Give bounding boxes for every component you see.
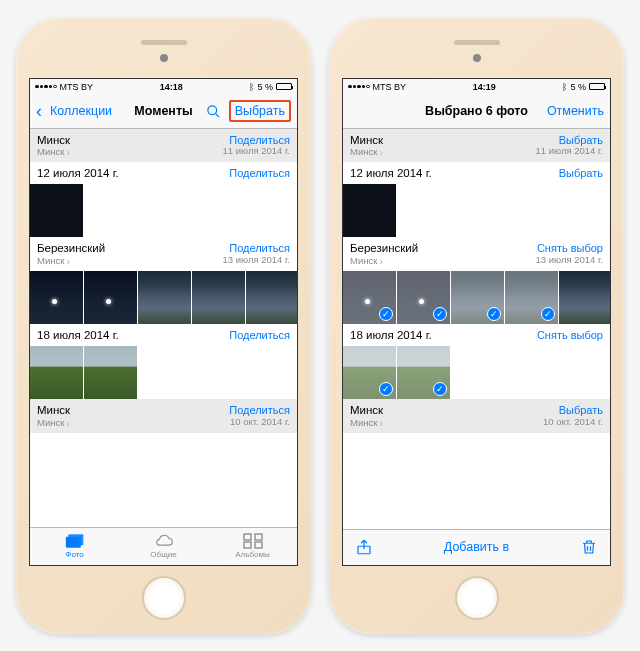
photo-thumbnail[interactable] xyxy=(505,271,558,324)
search-button[interactable] xyxy=(206,104,221,119)
moments-list[interactable]: МинскМинск ›Выбрать11 июля 2014 г.12 июл… xyxy=(343,129,610,529)
svg-point-0 xyxy=(208,105,217,114)
chevron-left-icon: ‹ xyxy=(36,102,42,120)
photo-thumbnail[interactable] xyxy=(397,271,450,324)
tab-label: Фото xyxy=(65,550,83,559)
battery-percent: 5 % xyxy=(257,82,273,92)
section-header[interactable]: 18 июля 2014 г.Снять выбор xyxy=(343,324,610,346)
tab-label: Общие xyxy=(150,550,176,559)
moment-section: МинскМинск ›Поделиться11 июля 2014 г. xyxy=(30,129,297,163)
carrier-label: MTS BY xyxy=(60,82,94,92)
moment-section: БерезинскийМинск ›Поделиться13 июля 2014… xyxy=(30,237,297,324)
section-header[interactable]: БерезинскийМинск ›Поделиться13 июля 2014… xyxy=(30,237,297,271)
photo-thumbnail[interactable] xyxy=(343,184,396,237)
section-date: 10 окт. 2014 г. xyxy=(543,417,603,428)
screen: MTS BY 14:19 ᛒ 5 % Выбрано 6 фото Отмени… xyxy=(342,78,611,566)
photo-thumbnail[interactable] xyxy=(343,346,396,399)
section-title: Березинский xyxy=(37,242,105,255)
select-section-button[interactable]: Снять выбор xyxy=(537,329,603,342)
photo-thumbnail[interactable] xyxy=(30,184,83,237)
svg-rect-6 xyxy=(244,542,251,548)
home-button[interactable] xyxy=(455,576,499,620)
search-icon xyxy=(206,104,221,119)
photo-thumbnail[interactable] xyxy=(451,271,504,324)
nav-back-label: Коллекции xyxy=(50,104,112,118)
select-button[interactable]: Выбрать xyxy=(229,100,291,122)
photo-thumbnail[interactable] xyxy=(84,346,137,399)
moment-section: 18 июля 2014 г.Поделиться xyxy=(30,324,297,399)
section-subtitle: Минск › xyxy=(37,147,70,159)
svg-rect-5 xyxy=(255,534,262,540)
status-bar: MTS BY 14:19 ᛒ 5 % xyxy=(343,79,610,95)
moments-list[interactable]: МинскМинск ›Поделиться11 июля 2014 г.12 … xyxy=(30,129,297,527)
tab-albums[interactable]: Альбомы xyxy=(208,528,297,565)
section-header[interactable]: МинскМинск ›Поделиться10 окт. 2014 г. xyxy=(30,399,297,433)
section-date: 11 июля 2014 г. xyxy=(223,146,290,157)
select-section-button[interactable]: Выбрать xyxy=(559,167,603,180)
section-header[interactable]: МинскМинск ›Выбрать11 июля 2014 г. xyxy=(343,129,610,163)
battery-icon xyxy=(276,83,292,90)
section-title: 18 июля 2014 г. xyxy=(350,329,432,342)
share-section-button[interactable]: Поделиться xyxy=(229,167,290,180)
share-button[interactable] xyxy=(355,538,373,556)
moment-section: МинскМинск ›Поделиться10 окт. 2014 г. xyxy=(30,399,297,433)
svg-rect-3 xyxy=(68,534,83,545)
selection-toolbar: Добавить в xyxy=(343,529,610,565)
photo-thumbnail[interactable] xyxy=(397,346,450,399)
trash-button[interactable] xyxy=(580,538,598,556)
signal-dots-icon xyxy=(348,85,370,89)
moment-section: БерезинскийМинск ›Снять выбор13 июля 201… xyxy=(343,237,610,324)
nav-back-button[interactable]: ‹ Коллекции xyxy=(36,102,112,120)
section-header[interactable]: 12 июля 2014 г.Выбрать xyxy=(343,162,610,184)
section-date: 10 окт. 2014 г. xyxy=(229,417,290,428)
add-to-button[interactable]: Добавить в xyxy=(444,540,509,554)
chevron-right-icon: › xyxy=(379,418,382,430)
thumbnail-row xyxy=(30,271,297,324)
photo-thumbnail[interactable] xyxy=(192,271,245,324)
status-time: 14:19 xyxy=(473,82,496,92)
tab-cloud[interactable]: Общие xyxy=(119,528,208,565)
photo-thumbnail[interactable] xyxy=(559,271,610,324)
moment-section: 18 июля 2014 г.Снять выбор xyxy=(343,324,610,399)
moment-section: 12 июля 2014 г.Поделиться xyxy=(30,162,297,237)
albums-icon xyxy=(243,533,263,549)
section-title: Березинский xyxy=(350,242,418,255)
home-button[interactable] xyxy=(142,576,186,620)
section-header[interactable]: 18 июля 2014 г.Поделиться xyxy=(30,324,297,346)
bluetooth-icon: ᛒ xyxy=(249,82,254,92)
photo-thumbnail[interactable] xyxy=(84,271,137,324)
section-header[interactable]: МинскМинск ›Выбрать10 окт. 2014 г. xyxy=(343,399,610,433)
photo-thumbnail[interactable] xyxy=(30,346,83,399)
thumbnail-row xyxy=(343,184,610,237)
nav-title: Выбрано 6 фото xyxy=(425,104,528,118)
trash-icon xyxy=(580,538,598,556)
moment-section: 12 июля 2014 г.Выбрать xyxy=(343,162,610,237)
photo-thumbnail[interactable] xyxy=(138,271,191,324)
photo-thumbnail[interactable] xyxy=(246,271,297,324)
moment-section: МинскМинск ›Выбрать11 июля 2014 г. xyxy=(343,129,610,163)
section-header[interactable]: БерезинскийМинск ›Снять выбор13 июля 201… xyxy=(343,237,610,271)
section-subtitle: Минск › xyxy=(350,147,383,159)
svg-line-1 xyxy=(215,113,219,117)
chevron-right-icon: › xyxy=(66,418,69,430)
status-time: 14:18 xyxy=(160,82,183,92)
tab-photos[interactable]: Фото xyxy=(30,528,119,565)
tab-label: Альбомы xyxy=(235,550,269,559)
photo-thumbnail[interactable] xyxy=(343,271,396,324)
thumbnail-row xyxy=(343,346,610,399)
section-header[interactable]: МинскМинск ›Поделиться11 июля 2014 г. xyxy=(30,129,297,163)
section-title: Минск xyxy=(37,134,70,147)
section-title: Минск xyxy=(37,404,70,417)
section-header[interactable]: 12 июля 2014 г.Поделиться xyxy=(30,162,297,184)
chevron-right-icon: › xyxy=(66,256,69,268)
section-date: 13 июля 2014 г. xyxy=(536,255,603,266)
share-section-button[interactable]: Поделиться xyxy=(229,329,290,342)
moment-section: МинскМинск ›Выбрать10 окт. 2014 г. xyxy=(343,399,610,433)
section-subtitle: Минск › xyxy=(350,418,383,430)
nav-bar: ‹ Коллекции Моменты Выбрать xyxy=(30,95,297,129)
section-title: Минск xyxy=(350,134,383,147)
chevron-right-icon: › xyxy=(66,147,69,159)
carrier-label: MTS BY xyxy=(373,82,407,92)
cancel-button[interactable]: Отменить xyxy=(547,104,604,118)
photo-thumbnail[interactable] xyxy=(30,271,83,324)
